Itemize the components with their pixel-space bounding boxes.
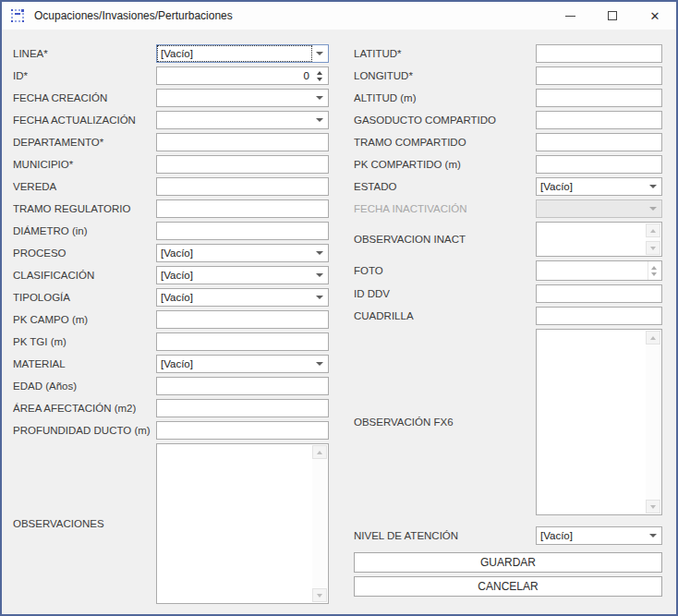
tipologia-dropdown[interactable]: [Vacío] — [156, 288, 329, 307]
row-cuadrilla: CUADRILLA — [354, 305, 662, 327]
fecha-inactivacion-dropdown — [536, 199, 662, 218]
field-label-area-afectacion: ÁREA AFECTACIÓN (m2) — [13, 403, 156, 414]
scroll-up-button[interactable] — [312, 445, 327, 459]
estado-dropdown[interactable]: [Vacío] — [536, 177, 662, 196]
municipio-input[interactable] — [156, 155, 329, 174]
clasificacion-dropdown[interactable]: [Vacío] — [156, 266, 329, 284]
minimize-button[interactable] — [549, 2, 591, 30]
area-afectacion-input[interactable] — [156, 399, 329, 417]
tramo-regulatorio-input[interactable] — [156, 199, 329, 218]
field-label-tipologia: TIPOLOGÍA — [13, 292, 156, 303]
field-label-pk-campo: PK CAMPO (m) — [13, 314, 156, 325]
row-observaciones: OBSERVACIONES — [13, 441, 329, 606]
chevron-down-icon — [311, 267, 328, 284]
row-observacion-inact: OBSERVACION INACT — [354, 220, 662, 259]
cancelar-button[interactable]: CANCELAR — [354, 576, 662, 597]
row-tramo-compartido: TRAMO COMPARTIDO — [354, 131, 662, 153]
id-value: 0 — [304, 70, 314, 81]
close-icon: ✕ — [650, 10, 660, 22]
scroll-down-button[interactable] — [312, 588, 327, 602]
close-button[interactable]: ✕ — [634, 2, 676, 30]
observacion-fx6-value — [537, 330, 557, 333]
row-fecha-creacion: FECHA CREACIÓN — [13, 87, 329, 109]
foto-spin-buttons — [648, 261, 659, 280]
vereda-input[interactable] — [156, 177, 329, 196]
field-label-fecha-creacion: FECHA CREACIÓN — [13, 92, 156, 103]
chevron-down-icon — [311, 90, 328, 106]
profundidad-ducto-input[interactable] — [156, 421, 329, 440]
field-label-observacion-fx6: OBSERVACIÓN FX6 — [354, 417, 536, 428]
scroll-down-icon — [650, 505, 656, 509]
observacion-inact-value — [537, 223, 557, 226]
fecha-creacion-dropdown[interactable] — [156, 89, 329, 107]
observaciones-textarea[interactable] — [156, 443, 329, 604]
field-label-tramo-compartido: TRAMO COMPARTIDO — [354, 137, 536, 148]
tramo-compartido-input[interactable] — [536, 133, 662, 151]
guardar-button[interactable]: GUARDAR — [354, 552, 662, 573]
material-dropdown[interactable]: [Vacío] — [156, 355, 329, 373]
row-area-afectacion: ÁREA AFECTACIÓN (m2) — [13, 397, 329, 419]
field-label-nivel-de-atencion: NIVEL DE ATENCIÓN — [354, 530, 536, 541]
id-ddv-input[interactable] — [536, 284, 662, 303]
pk-campo-input[interactable] — [156, 310, 329, 329]
row-observacion-fx6: OBSERVACIÓN FX6 — [354, 327, 662, 517]
latitud-input[interactable] — [536, 44, 662, 63]
linea-dropdown[interactable]: [Vacío] — [156, 44, 329, 63]
fecha-actualizacion-dropdown[interactable] — [156, 111, 329, 129]
field-label-edad: EDAD (Años) — [13, 380, 156, 392]
row-municipio: MUNICIPIO* — [13, 153, 329, 175]
field-label-linea: LINEA* — [13, 48, 156, 59]
spin-up-icon[interactable] — [317, 71, 322, 75]
field-label-pk-tgi: PK TGI (m) — [13, 336, 156, 347]
fecha-actualizacion-selected-value — [158, 113, 311, 127]
altitud-input[interactable] — [536, 89, 662, 107]
nivel-de-atencion-dropdown[interactable]: [Vacío] — [536, 526, 662, 545]
proceso-selected-value: [Vacío] — [158, 246, 311, 260]
scroll-down-button[interactable] — [646, 241, 660, 255]
row-nivel-de-atencion: NIVEL DE ATENCIÓN[Vacío] — [354, 525, 662, 547]
row-pk-tgi: PK TGI (m) — [13, 331, 329, 353]
spin-down-icon[interactable] — [317, 78, 322, 81]
edad-input[interactable] — [156, 377, 329, 395]
foto-spinner — [536, 260, 662, 281]
chevron-down-icon — [645, 200, 661, 217]
row-material: MATERIAL[Vacío] — [13, 353, 329, 375]
cuadrilla-input[interactable] — [536, 307, 662, 325]
row-clasificacion: CLASIFICACIÓN[Vacío] — [13, 264, 329, 286]
field-label-proceso: PROCESO — [13, 248, 156, 259]
pk-tgi-input[interactable] — [156, 332, 329, 351]
field-label-diametro: DIÁMETRO (in) — [13, 225, 156, 236]
field-label-altitud: ALTITUD (m) — [354, 92, 536, 103]
spin-down-icon[interactable] — [651, 272, 657, 276]
gasoducto-compartido-input[interactable] — [536, 111, 662, 129]
row-tipologia: TIPOLOGÍA[Vacío] — [13, 286, 329, 308]
row-edad: EDAD (Años) — [13, 375, 329, 397]
chevron-down-icon — [311, 289, 328, 306]
diametro-input[interactable] — [156, 222, 329, 240]
row-pk-compartido: PK COMPARTIDO (m) — [354, 153, 662, 175]
scroll-down-icon — [317, 594, 322, 598]
spin-up-icon[interactable] — [651, 266, 657, 270]
proceso-dropdown[interactable]: [Vacío] — [156, 244, 329, 262]
scroll-up-button[interactable] — [646, 223, 660, 237]
fecha-creacion-selected-value — [158, 91, 311, 105]
scroll-down-button[interactable] — [646, 500, 660, 513]
observacion-fx6-textarea[interactable] — [536, 329, 662, 515]
departamento-input[interactable] — [156, 133, 329, 151]
pk-compartido-input[interactable] — [536, 155, 662, 174]
observaciones-value — [157, 444, 177, 448]
window-controls: ✕ — [549, 2, 676, 30]
observaciones-scrollbar — [312, 445, 327, 602]
field-label-material: MATERIAL — [13, 358, 156, 369]
maximize-button[interactable] — [591, 2, 634, 30]
scroll-up-button[interactable] — [646, 331, 660, 344]
row-foto: FOTO — [354, 259, 662, 283]
id-spinner[interactable]: 0 — [156, 66, 329, 85]
row-longitud: LONGITUD* — [354, 65, 662, 87]
field-label-fecha-actualizacion: FECHA ACTUALIZACIÓN — [13, 115, 156, 126]
field-label-id-ddv: ID DDV — [354, 288, 536, 299]
right-form-column: LATITUD*LONGITUD*ALTITUD (m)GASODUCTO CO… — [354, 42, 662, 547]
longitud-input[interactable] — [536, 66, 662, 85]
field-label-departamento: DEPARTAMENTO* — [13, 137, 156, 148]
observacion-inact-textarea[interactable] — [536, 222, 662, 257]
